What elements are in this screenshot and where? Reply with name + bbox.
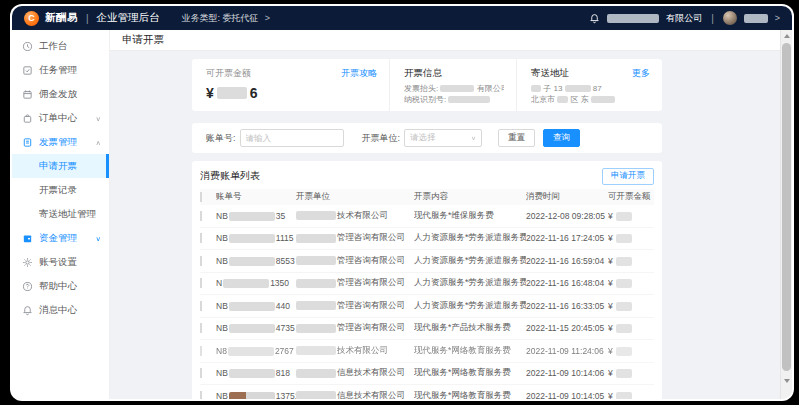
user-avatar[interactable]	[723, 11, 737, 25]
company-redacted	[296, 279, 336, 288]
address-city: 北京市	[531, 95, 555, 104]
company-name-redacted	[607, 14, 659, 23]
row-checkbox[interactable]	[200, 233, 202, 243]
row-checkbox[interactable]	[200, 323, 202, 333]
company-cell: 管理咨询有限公司	[296, 232, 414, 244]
consume-time-cell: 2022-11-16 17:24:05	[526, 233, 608, 243]
row-checkbox[interactable]	[200, 301, 202, 311]
sidebar-label: 账号设置	[39, 256, 77, 269]
invoice-content-cell: 人力资源服务*劳务派遣服务费	[414, 255, 526, 267]
filter-bar: 账单号: 开票单位: 请选择 ∨ 重置 查询	[192, 123, 662, 153]
column-header: 开票内容	[414, 191, 526, 203]
invoice-content-cell: 现代服务*网络教育服务费	[414, 367, 526, 379]
amount-cell: ¥	[608, 391, 654, 399]
amount-cell: ¥	[608, 346, 654, 356]
invoice-guide-link[interactable]: 开票攻略	[341, 67, 377, 80]
screen: C 新酬易 | 企业管理后台 业务类型: 委托代征 > 有限公司 | >	[0, 0, 799, 405]
column-header: 可开票金额	[608, 191, 654, 203]
sidebar-item-funds[interactable]: 资金管理 ∨	[12, 226, 109, 250]
apply-invoice-button[interactable]: 申请开票	[602, 168, 654, 185]
sidebar-label: 佣金发放	[39, 88, 77, 101]
consume-time-cell: 2022-11-16 16:59:04	[526, 256, 608, 266]
sidebar-item-account-settings[interactable]: 账号设置	[12, 250, 109, 274]
table-row: NB440 管理咨询有限公司 人力资源服务*劳务派遣服务费 2022-11-16…	[200, 295, 654, 318]
search-button[interactable]: 查询	[543, 129, 580, 147]
invoiceable-amount-label: 可开票金额	[206, 67, 251, 80]
row-checkbox[interactable]	[200, 211, 202, 221]
user-divider: |	[711, 13, 714, 24]
sidebar-subitem-apply-invoice[interactable]: 申请开票	[12, 154, 109, 178]
select-all-checkbox[interactable]	[200, 192, 202, 202]
table-row: NB1115 管理咨询有限公司 人力资源服务*劳务派遣服务费 2022-11-1…	[200, 228, 654, 251]
amount-cell: ¥	[608, 301, 654, 311]
funds-icon	[22, 233, 33, 244]
sidebar-item-commission[interactable]: 佣金发放	[12, 82, 109, 106]
commission-icon	[22, 89, 33, 100]
company-cell: 信息技术有限公司	[296, 390, 414, 399]
table-row: NB818 信息技术有限公司 现代服务*网络教育服务费 2022-11-09 1…	[200, 363, 654, 386]
scrollbar-up-arrow-icon[interactable]	[784, 34, 790, 38]
invoice-info-panel: 开票信息 发票抬头: 有限公司 纳税识别号:	[389, 59, 516, 111]
bill-no-redacted	[229, 257, 275, 266]
amount-redacted	[616, 212, 632, 221]
row-checkbox[interactable]	[200, 391, 202, 399]
table-header-row: 账单号 开票单位 开票内容 消费时间 可开票金额	[200, 189, 654, 205]
bill-no-input[interactable]	[240, 129, 344, 147]
sidebar-label: 任务管理	[39, 64, 77, 77]
amount-cell: ¥	[608, 233, 654, 243]
tax-id-line: 纳税识别号:	[404, 94, 504, 105]
amount-redacted	[217, 87, 247, 99]
business-type-chevron-icon[interactable]: >	[265, 13, 270, 23]
invoice-unit-select[interactable]: 请选择 ∨	[404, 129, 482, 147]
bill-no-redacted	[228, 347, 274, 356]
titleholder-redacted	[440, 85, 474, 92]
recipient-name-redacted	[531, 85, 541, 92]
app-body: 工作台 任务管理 佣金发放 订单中心 ∨ 发票管理	[12, 30, 792, 399]
sidebar-item-tasks[interactable]: 任务管理	[12, 58, 109, 82]
bill-no-redacted	[229, 234, 275, 243]
scrollbar-down-arrow-icon[interactable]	[784, 379, 790, 383]
sidebar-subitem-shipping-address[interactable]: 寄送地址管理	[12, 202, 109, 226]
scrollbar-thumb[interactable]	[782, 43, 791, 371]
sidebar-subitem-invoice-records[interactable]: 开票记录	[12, 178, 109, 202]
consume-time-cell: 2022-11-09 10:14:06	[526, 368, 608, 378]
company-name-suffix: 有限公司	[666, 12, 702, 25]
bill-no-redacted	[229, 369, 275, 378]
invoice-content-cell: 现代服务*产品技术服务费	[414, 322, 526, 334]
phone-suffix: 87	[593, 84, 602, 93]
content-area: 可开票金额 开票攻略 ¥ 6 开票信息	[110, 51, 792, 399]
topbar-right: 有限公司 | >	[589, 11, 780, 25]
consume-time-cell: 2022-11-09 11:24:06	[526, 346, 608, 356]
invoice-titleholder-label: 发票抬头:	[404, 84, 438, 93]
bill-no-cell: NB35	[216, 211, 296, 221]
vertical-scrollbar[interactable]	[780, 30, 792, 399]
sidebar: 工作台 任务管理 佣金发放 订单中心 ∨ 发票管理	[12, 30, 110, 399]
sidebar-label: 工作台	[39, 40, 68, 53]
amount-redacted	[616, 257, 632, 266]
row-checkbox[interactable]	[200, 278, 202, 288]
amount-cell: ¥	[608, 323, 654, 333]
more-link[interactable]: 更多	[632, 67, 650, 80]
sidebar-item-message-center[interactable]: 消息中心	[12, 298, 109, 322]
invoiceable-amount-value: ¥ 6	[206, 85, 377, 101]
row-checkbox[interactable]	[200, 368, 202, 378]
reset-button[interactable]: 重置	[498, 129, 535, 147]
sidebar-item-workbench[interactable]: 工作台	[12, 34, 109, 58]
brand-logo-icon: C	[24, 11, 39, 26]
amount-visible-suffix: 6	[250, 85, 258, 101]
company-redacted	[296, 369, 336, 378]
sidebar-item-help-center[interactable]: 帮助中心	[12, 274, 109, 298]
browser-window: C 新酬易 | 企业管理后台 业务类型: 委托代征 > 有限公司 | >	[10, 4, 794, 401]
task-icon	[22, 65, 33, 76]
business-type-label[interactable]: 业务类型: 委托代征	[182, 12, 259, 25]
sidebar-item-orders[interactable]: 订单中心 ∨	[12, 106, 109, 130]
sidebar-item-invoice[interactable]: 发票管理 ∧	[12, 130, 109, 154]
notification-bell-icon[interactable]	[589, 13, 600, 24]
invoice-unit-label: 开票单位:	[362, 132, 401, 145]
row-checkbox[interactable]	[200, 346, 202, 356]
order-icon	[22, 113, 33, 124]
invoice-content-cell: 现代服务*网络教育服务费	[414, 390, 526, 399]
row-checkbox[interactable]	[200, 256, 202, 266]
user-menu-chevron-icon[interactable]: >	[775, 13, 780, 23]
company-redacted	[296, 256, 336, 265]
